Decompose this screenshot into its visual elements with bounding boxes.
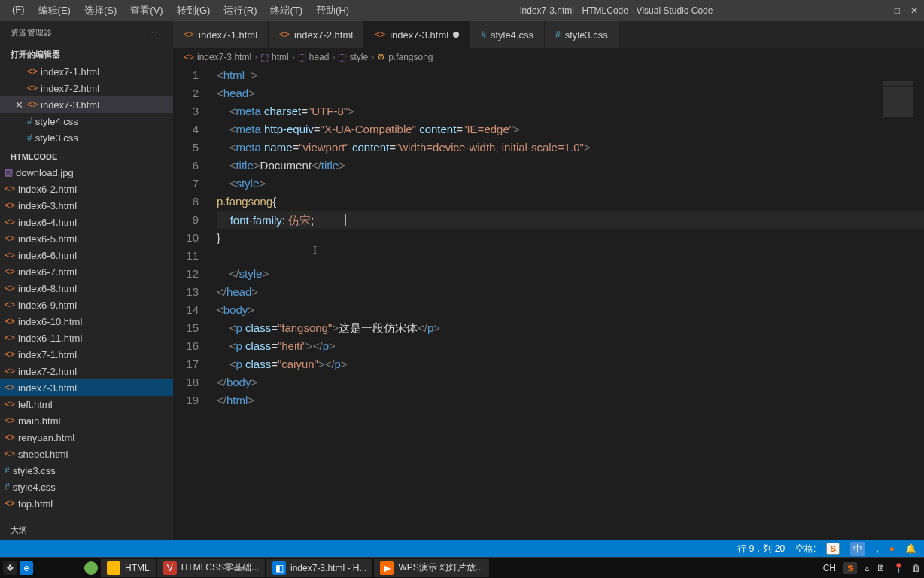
code-editor[interactable]: 12345678910111213141516171819 <html ><he… — [173, 66, 924, 540]
code-line[interactable]: font-family: 仿宋; — [217, 211, 924, 229]
file-tree-item[interactable]: <> index7-3.html — [0, 379, 173, 396]
code-line[interactable]: <body> — [217, 301, 924, 319]
code-line[interactable]: } — [217, 229, 924, 247]
chevron-right-icon: › — [332, 52, 335, 62]
open-editor-item[interactable]: # style3.css — [0, 129, 173, 146]
notification-icon[interactable]: 🔔 — [905, 543, 916, 554]
outline-title[interactable]: 大纲 — [0, 522, 173, 539]
breadcrumb-item[interactable]: ⬚style — [338, 52, 368, 62]
editor-tab[interactable]: <>index7-3.html — [364, 21, 470, 48]
line-number: 17 — [173, 355, 199, 373]
code-line[interactable]: p.fangsong{ — [217, 193, 924, 211]
spaces-indicator[interactable]: 空格: — [795, 543, 816, 555]
file-tree-item[interactable]: <> index6-4.html — [0, 214, 173, 230]
sogou-ime-icon[interactable]: S — [826, 543, 840, 555]
taskbar-item[interactable]: ▶ WPS演示 幻灯片放... — [374, 559, 489, 577]
file-tree-item[interactable]: <> index6-3.html — [0, 197, 173, 214]
menu-help[interactable]: 帮助(H) — [310, 1, 355, 20]
taskbar-ime[interactable]: CH — [823, 563, 836, 573]
file-tree-item[interactable]: # style3.css — [0, 462, 173, 479]
file-name: index6-11.html — [18, 333, 82, 344]
taskbar-edge-icon[interactable]: e — [20, 561, 33, 575]
code-line[interactable]: <p class="heiti"></p> — [217, 337, 924, 355]
html-icon: <> — [5, 250, 15, 260]
code-line[interactable]: </html> — [217, 391, 924, 409]
file-tree-item[interactable]: <> left.html — [0, 396, 173, 412]
ime-punct-badge[interactable]: , — [876, 543, 878, 554]
open-editor-item[interactable]: <> index7-1.html — [0, 63, 173, 80]
file-tree-item[interactable]: <> index6-8.html — [0, 280, 173, 297]
file-tree-item[interactable]: <> index7-1.html — [0, 346, 173, 363]
editor-tab[interactable]: #style3.css — [545, 21, 619, 48]
file-tree-item[interactable]: <> index6-6.html — [0, 247, 173, 263]
editor-tab[interactable]: #style4.css — [470, 21, 545, 48]
code-line[interactable]: <meta charset="UTF-8"> — [217, 102, 924, 120]
taskbar-battery-icon[interactable]: 🗎 — [877, 563, 886, 573]
cursor-position[interactable]: 行 9，列 20 — [737, 543, 785, 555]
menu-terminal[interactable]: 终端(T) — [264, 1, 309, 20]
taskbar-sogou-icon[interactable]: S — [843, 562, 857, 574]
minimap[interactable] — [883, 81, 913, 126]
ime-record-icon[interactable]: ● — [889, 543, 895, 554]
file-name: main.html — [18, 415, 60, 427]
code-line[interactable]: </body> — [217, 373, 924, 391]
file-tree-item[interactable]: <> index6-2.html — [0, 181, 173, 197]
breadcrumb-item[interactable]: <>index7-3.html — [184, 52, 251, 62]
menu-run[interactable]: 运行(R) — [217, 1, 263, 20]
open-editors-title[interactable]: 打开的编辑器 — [0, 46, 173, 63]
maximize-button[interactable]: □ — [895, 5, 900, 16]
menu-edit[interactable]: 编辑(E) — [32, 1, 77, 20]
code-line[interactable]: <meta name="viewport" content="width=dev… — [217, 138, 924, 157]
code-line[interactable]: </style> — [217, 265, 924, 283]
menu-goto[interactable]: 转到(G) — [171, 1, 217, 20]
ime-lang-badge[interactable]: 中 — [850, 542, 865, 556]
close-icon[interactable]: ✕ — [14, 99, 24, 111]
project-title[interactable]: HTMLCODE — [0, 149, 173, 164]
close-button[interactable]: ✕ — [910, 5, 918, 16]
file-tree-item[interactable]: <> main.html — [0, 412, 173, 429]
file-tree-item[interactable]: <> index6-10.html — [0, 313, 173, 330]
open-editor-item[interactable]: # style4.css — [0, 113, 173, 129]
file-tree-item[interactable]: <> index7-2.html — [0, 363, 173, 379]
open-editor-item[interactable]: ✕ <> index7-3.html — [0, 96, 173, 113]
breadcrumb-item[interactable]: ⚙p.fangsong — [377, 52, 433, 62]
menu-file[interactable]: (F) — [6, 1, 31, 20]
taskbar-pin-icon[interactable]: 📍 — [893, 563, 904, 573]
taskbar-item[interactable]: HTML — [101, 559, 156, 577]
code-line[interactable]: <p class="fangsong">这是一段仿宋体</p> — [217, 319, 924, 337]
breadcrumb-item[interactable]: ⬚html — [260, 52, 289, 62]
file-tree-item[interactable]: <> index6-5.html — [0, 230, 173, 247]
explorer-more-icon[interactable]: ··· — [151, 27, 163, 38]
code-line[interactable]: <meta http-equiv="X-UA-Compatible" conte… — [217, 120, 924, 138]
html-icon: <> — [5, 415, 15, 426]
file-tree-item[interactable]: ▧ download.jpg — [0, 164, 173, 181]
editor-tab[interactable]: <>index7-1.html — [173, 21, 269, 48]
taskbar-item[interactable]: V HTMLCSS零基础... — [157, 559, 265, 577]
code-line[interactable]: <style> — [217, 175, 924, 193]
file-tree-item[interactable]: <> renyuan.html — [0, 429, 173, 446]
breadcrumb-item[interactable]: ⬚head — [298, 52, 330, 62]
file-tree-item[interactable]: <> index6-11.html — [0, 330, 173, 346]
taskbar-app-icon[interactable] — [84, 561, 98, 575]
code-line[interactable]: <title>Document</title> — [217, 157, 924, 175]
file-tree-item[interactable]: # style4.css — [0, 479, 173, 495]
open-editor-item[interactable]: <> index7-2.html — [0, 80, 173, 96]
taskbar-start-icon[interactable]: ❖ — [3, 561, 17, 575]
editor-tab[interactable]: <>index7-2.html — [269, 21, 364, 48]
taskbar-tray-icon[interactable]: ▵ — [865, 563, 869, 573]
menu-view[interactable]: 查看(V) — [124, 1, 169, 20]
minimize-button[interactable]: ─ — [877, 5, 884, 16]
file-tree-item[interactable]: <> top.html — [0, 495, 173, 512]
code-line[interactable] — [217, 247, 924, 265]
menu-select[interactable]: 选择(S) — [78, 1, 123, 20]
code-line[interactable]: </head> — [217, 283, 924, 301]
code-line[interactable]: <p class="caiyun"></p> — [217, 355, 924, 373]
taskbar-item[interactable]: ◧ index7-3.html - H... — [266, 559, 372, 577]
code-line[interactable]: <html > — [217, 66, 924, 84]
file-tree-item[interactable]: <> index6-7.html — [0, 263, 173, 280]
file-tree-item[interactable]: <> shebei.html — [0, 446, 173, 462]
code-line[interactable]: <head> — [217, 84, 924, 102]
file-tree-item[interactable]: <> index6-9.html — [0, 297, 173, 313]
code-content[interactable]: <html ><head> <meta charset="UTF-8"> <me… — [217, 66, 924, 540]
taskbar-trash-icon[interactable]: 🗑 — [912, 563, 921, 573]
